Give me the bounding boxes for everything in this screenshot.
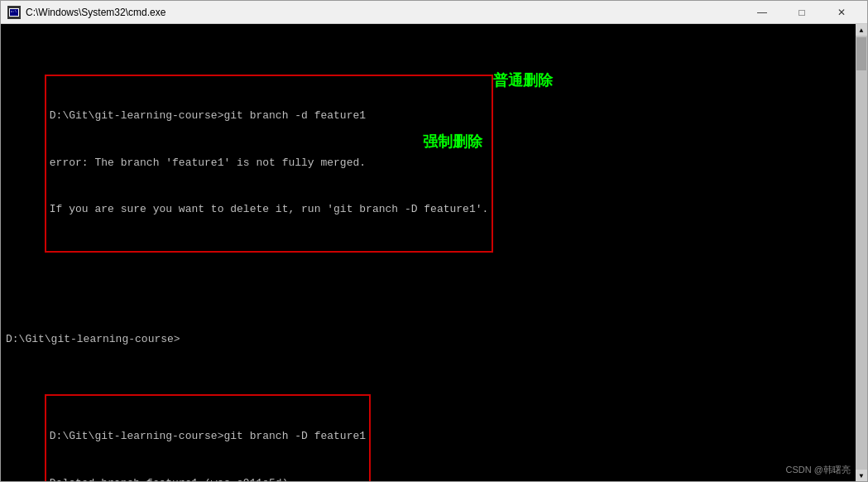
scrollbar[interactable]: ▲ ▼ [856, 24, 867, 481]
watermark: CSDN @韩曙亮 [786, 464, 851, 476]
terminal-line-3: If you are sure you want to delete it, r… [50, 202, 489, 218]
window-title: C:\Windows\System32\cmd.exe [26, 7, 165, 18]
titlebar-left: C:\Windows\System32\cmd.exe [7, 6, 165, 19]
titlebar: C:\Windows\System32\cmd.exe — □ ✕ [1, 1, 867, 24]
force-delete-block: D:\Git\git-learning-course>git branch -D… [45, 394, 371, 481]
terminal-line-blank1 [6, 286, 862, 301]
terminal-line-6: D:\Git\git-learning-course>git branch -D… [50, 429, 366, 445]
terminal-line-2: error: The branch 'feature1' is not full… [50, 156, 489, 171]
terminal-content: D:\Git\git-learning-course>git branch -d… [6, 27, 862, 481]
maximize-button[interactable]: □ [783, 3, 821, 22]
app-icon [7, 6, 21, 19]
minimize-button[interactable]: — [743, 3, 781, 22]
scrollbar-down-button[interactable]: ▼ [856, 470, 867, 481]
window-controls: — □ ✕ [743, 3, 861, 22]
scrollbar-thumb[interactable] [856, 37, 866, 70]
normal-delete-block: D:\Git\git-learning-course>git branch -d… [45, 75, 494, 253]
terminal-line-1: D:\Git\git-learning-course>git branch -d… [50, 108, 489, 124]
close-button[interactable]: ✕ [822, 3, 861, 22]
cmd-window: C:\Windows\System32\cmd.exe — □ ✕ D:\Git… [0, 0, 868, 482]
terminal-body[interactable]: D:\Git\git-learning-course>git branch -d… [1, 24, 867, 481]
normal-delete-label: 普通删除 [493, 70, 553, 90]
terminal-line-7: Deleted branch feature1 (was c911a5d). [50, 476, 366, 481]
force-delete-label: 强制删除 [423, 132, 482, 152]
scrollbar-up-button[interactable]: ▲ [856, 24, 867, 36]
terminal-line-5: D:\Git\git-learning-course> [6, 332, 862, 348]
